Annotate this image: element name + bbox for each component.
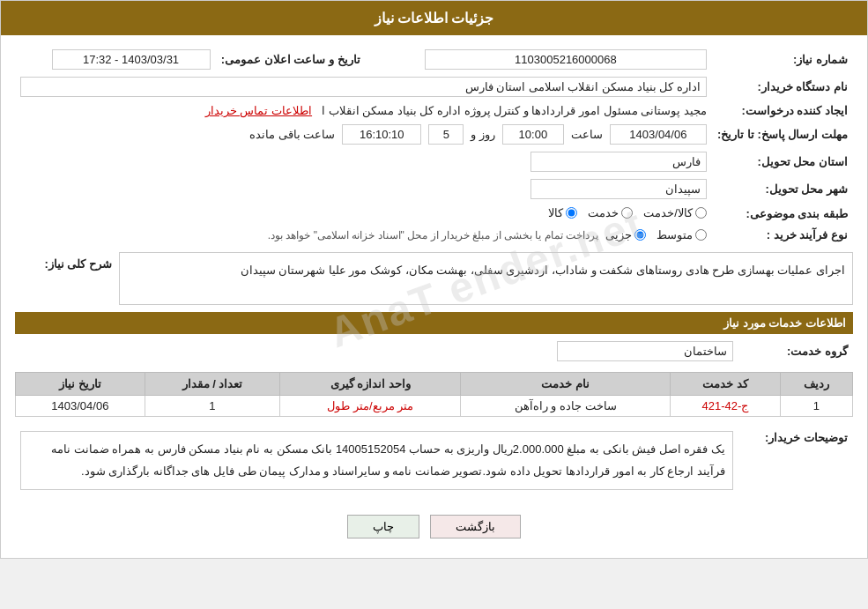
page-title: جزئیات اطلاعات نیاز bbox=[375, 11, 494, 26]
city-label: شهر محل تحویل: bbox=[712, 175, 853, 203]
print-button[interactable]: چاپ bbox=[347, 515, 419, 538]
response-days: 5 bbox=[428, 124, 464, 145]
process-option-motavasset[interactable]: متوسط bbox=[657, 228, 707, 241]
col-header-code: کد خدمت bbox=[670, 373, 780, 396]
announce-date-value: 1403/03/31 - 17:32 bbox=[52, 49, 211, 70]
description-label: شرح کلی نیاز: bbox=[15, 252, 112, 271]
response-time-label: ساعت bbox=[571, 128, 603, 141]
cell-unit: متر مربع/متر طول bbox=[280, 396, 461, 417]
creator-value: مجید پوستانی مسئول امور قراردادها و کنتر… bbox=[322, 104, 707, 117]
buyer-org-value: اداره کل بنیاد مسکن انقلاب اسلامی استان … bbox=[20, 77, 707, 97]
category-radio-group: کالا/خدمت خدمت کالا bbox=[548, 206, 707, 219]
creator-contact-link[interactable]: اطلاعات تماس خریدار bbox=[205, 104, 312, 117]
city-value: سپیدان bbox=[530, 179, 707, 199]
category-option-kala[interactable]: کالا bbox=[548, 206, 577, 219]
service-group-value: ساختمان bbox=[557, 341, 733, 361]
table-row: 1 ج-42-421 ساخت جاده و راه‌آهن متر مربع/… bbox=[16, 396, 853, 417]
process-option-jozee[interactable]: جزیی bbox=[605, 228, 646, 241]
page-header: جزئیات اطلاعات نیاز bbox=[1, 1, 867, 35]
cell-name: ساخت جاده و راه‌آهن bbox=[461, 396, 670, 417]
description-section: AnaT ender.net اجرای عملیات بهسازی طرح ه… bbox=[15, 252, 853, 305]
process-radio-group: متوسط جزیی bbox=[605, 228, 707, 241]
col-header-date: تاریخ نیاز bbox=[16, 373, 145, 396]
col-header-quantity: تعداد / مقدار bbox=[145, 373, 279, 396]
cell-quantity: 1 bbox=[145, 396, 279, 417]
buyer-notes-value: یک فقره اصل فیش بانکی به مبلغ 2.000.000ر… bbox=[20, 431, 733, 490]
process-label: نوع فرآیند خرید : bbox=[712, 225, 853, 245]
services-table: ردیف کد خدمت نام خدمت واحد اندازه گیری ت… bbox=[15, 372, 853, 417]
response-remaining-label: ساعت باقی مانده bbox=[249, 128, 335, 141]
category-option-khedmat[interactable]: خدمت bbox=[588, 206, 633, 219]
category-option-kala-khedmat[interactable]: کالا/خدمت bbox=[643, 206, 707, 219]
services-section-header: اطلاعات خدمات مورد نیاز bbox=[15, 312, 853, 334]
buyer-notes-label: توضیحات خریدار: bbox=[738, 424, 853, 494]
back-button[interactable]: بازگشت bbox=[430, 515, 521, 538]
service-group-table: گروه خدمت: ساختمان bbox=[15, 338, 853, 365]
need-number-value: 1103005216000068 bbox=[425, 49, 707, 70]
col-header-row: ردیف bbox=[780, 373, 852, 396]
description-text: اجرای عملیات بهسازی طرح هادی روستاهای شک… bbox=[241, 264, 845, 277]
service-group-label: گروه خدمت: bbox=[738, 338, 853, 365]
buyer-org-label: نام دستگاه خریدار: bbox=[712, 73, 853, 100]
col-header-name: نام خدمت bbox=[461, 373, 670, 396]
main-info-table: شماره نیاز: 1103005216000068 تاریخ و ساع… bbox=[15, 46, 853, 245]
col-header-unit: واحد اندازه گیری bbox=[280, 373, 461, 396]
cell-row: 1 bbox=[780, 396, 852, 417]
process-note: پرداخت تمام یا بخشی از مبلغ خریدار از مح… bbox=[268, 229, 598, 241]
response-days-label: روز و bbox=[471, 128, 495, 141]
need-number-label: شماره نیاز: bbox=[712, 46, 853, 73]
cell-date: 1403/04/06 bbox=[16, 396, 145, 417]
creator-label: ایجاد کننده درخواست: bbox=[712, 100, 853, 121]
announce-date-label: تاریخ و ساعت اعلان عمومی: bbox=[216, 46, 366, 73]
category-label: طبقه بندی موضوعی: bbox=[712, 203, 853, 225]
province-label: استان محل تحویل: bbox=[712, 148, 853, 175]
button-row: بازگشت چاپ bbox=[15, 501, 853, 547]
buyer-notes-table: توضیحات خریدار: یک فقره اصل فیش بانکی به… bbox=[15, 424, 853, 494]
services-section-label: اطلاعات خدمات مورد نیاز bbox=[723, 316, 846, 330]
cell-code: ج-42-421 bbox=[670, 396, 780, 417]
province-value: فارس bbox=[530, 152, 707, 172]
response-time: 10:00 bbox=[502, 124, 564, 145]
response-remaining: 16:10:10 bbox=[342, 124, 421, 145]
response-date: 1403/04/06 bbox=[610, 124, 707, 145]
description-box: AnaT ender.net اجرای عملیات بهسازی طرح ه… bbox=[119, 252, 853, 305]
response-deadline-label: مهلت ارسال پاسخ: تا تاریخ: bbox=[712, 121, 853, 148]
